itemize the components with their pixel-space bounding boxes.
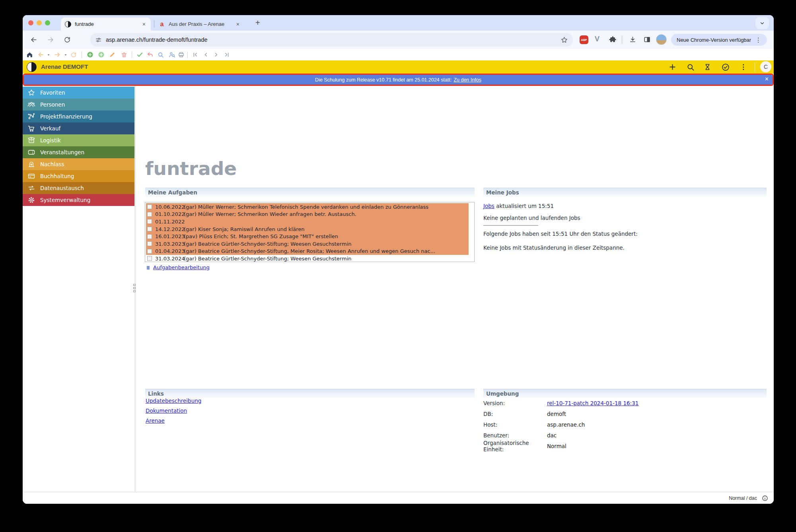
print-icon[interactable] bbox=[177, 51, 185, 58]
dropdown-caret-icon[interactable] bbox=[47, 53, 51, 57]
task-row[interactable]: 01.11.2022 bbox=[146, 218, 469, 225]
link-arenae[interactable]: Arenae bbox=[146, 417, 201, 424]
info-icon[interactable] bbox=[762, 495, 768, 501]
extensions-puzzle-icon[interactable] bbox=[608, 35, 617, 44]
banner-link[interactable]: Zu den Infos bbox=[453, 77, 481, 83]
umgebung-row: DB: demoft bbox=[483, 408, 638, 419]
task-row[interactable]: 01.04.2023 (gar) Beatrice Gürtler-Schnyd… bbox=[146, 248, 469, 255]
close-tab-icon[interactable]: × bbox=[235, 21, 241, 27]
adblock-plus-icon[interactable]: ABP bbox=[580, 35, 588, 44]
plus-icon[interactable] bbox=[668, 62, 677, 72]
hourglass-icon[interactable] bbox=[703, 62, 712, 72]
link-dokumentation[interactable]: Dokumentation bbox=[146, 408, 201, 414]
task-checkbox[interactable] bbox=[147, 256, 152, 261]
link-updatebeschreibung[interactable]: Updatebeschreibung bbox=[146, 398, 201, 404]
minimize-window-button[interactable] bbox=[37, 20, 42, 25]
aufgabenbearbeitung-link[interactable]: Aufgabenbearbeitung bbox=[153, 264, 210, 270]
task-checkbox[interactable] bbox=[147, 234, 152, 239]
sidebar-item-veranstaltungen[interactable]: Veranstaltungen bbox=[23, 146, 134, 158]
sidebar-item-personen[interactable]: Personen bbox=[23, 99, 134, 111]
sidebar-item-verkauf[interactable]: Verkauf bbox=[23, 122, 134, 134]
search-icon[interactable] bbox=[686, 62, 695, 72]
back-icon[interactable] bbox=[29, 35, 39, 45]
umgebung-row: Version: rel-10-71-patch 2024-01-18 16:3… bbox=[483, 398, 638, 408]
task-row[interactable]: 31.03.2023 (gar) Beatrice Gürtler-Schnyd… bbox=[146, 240, 469, 248]
arenae-favicon: a bbox=[159, 21, 165, 27]
ticket-icon bbox=[27, 148, 35, 156]
task-row[interactable]: 01.10.2022 (gar) Müller Werner; Schmerik… bbox=[146, 211, 469, 218]
sidebar-item-favoriten[interactable]: Favoriten bbox=[23, 87, 134, 99]
sidebar-item-logistik[interactable]: Logistik bbox=[23, 134, 134, 146]
nav-forward-icon[interactable] bbox=[54, 51, 61, 58]
jobs-link[interactable]: Jobs bbox=[483, 203, 494, 209]
check-circle-icon[interactable] bbox=[721, 62, 730, 72]
profile-avatar[interactable] bbox=[656, 34, 667, 45]
bookmark-star-icon[interactable] bbox=[561, 36, 568, 44]
sidebar-nav: Favoriten Personen Projektfinanzierung V… bbox=[23, 87, 134, 206]
task-row[interactable]: 14.12.2022 (gar) Kiser Sonja; Ramiswil A… bbox=[146, 225, 469, 233]
task-row[interactable]: 16.01.2023 (pav) Plüss Erich; St. Margre… bbox=[146, 233, 469, 240]
close-tab-icon[interactable]: × bbox=[141, 21, 147, 27]
add-record-icon[interactable] bbox=[86, 51, 94, 58]
sidebar-item-projektfinanzierung[interactable]: Projektfinanzierung bbox=[23, 111, 134, 122]
user-avatar[interactable]: C bbox=[760, 61, 771, 72]
first-record-icon[interactable] bbox=[191, 51, 199, 58]
chrome-update-button[interactable]: Neue Chrome-Version verfügbar ⋮ bbox=[671, 34, 767, 46]
refresh-icon[interactable] bbox=[70, 51, 77, 58]
links-panel: Updatebeschreibung Dokumentation Arenae bbox=[146, 398, 201, 427]
sidebar-item-systemverwaltung[interactable]: Systemverwaltung bbox=[23, 194, 134, 206]
add-special-record-icon[interactable] bbox=[97, 51, 105, 58]
search-icon[interactable] bbox=[157, 51, 164, 58]
v-extension-icon[interactable]: V bbox=[595, 35, 599, 43]
kebab-menu-icon[interactable]: ⋮ bbox=[755, 36, 761, 44]
umgebung-value: demoft bbox=[547, 411, 566, 417]
sidebar-item-buchhaltung[interactable]: Buchhaltung bbox=[23, 170, 134, 182]
task-date: 01.11.2022 bbox=[155, 219, 184, 225]
task-list[interactable]: 10.06.2022 (gar) Müller Werner; Schmerik… bbox=[145, 202, 475, 262]
url-text[interactable]: asp.arenae.ch/funtrade-demoft/funtrade bbox=[106, 37, 561, 43]
last-record-icon[interactable] bbox=[223, 51, 231, 58]
task-checkbox[interactable] bbox=[147, 249, 152, 254]
new-tab-plus-icon[interactable]: + bbox=[255, 19, 260, 27]
delete-trash-icon[interactable] bbox=[120, 51, 128, 58]
tab-funtrade[interactable]: funtrade × bbox=[61, 17, 151, 31]
confirm-check-icon[interactable] bbox=[136, 51, 144, 58]
zoom-window-button[interactable] bbox=[45, 20, 50, 25]
forward-icon[interactable] bbox=[46, 35, 55, 45]
previous-record-icon[interactable] bbox=[202, 51, 210, 58]
main-area: Favoriten Personen Projektfinanzierung V… bbox=[23, 86, 774, 492]
home-icon[interactable] bbox=[26, 51, 33, 58]
dropdown-caret-icon[interactable] bbox=[64, 53, 68, 57]
toolbar-divider bbox=[622, 36, 622, 44]
banner-text: Die Schulung zum Release v10.71 findet a… bbox=[315, 77, 452, 83]
address-bar[interactable]: asp.arenae.ch/funtrade-demoft/funtrade bbox=[90, 33, 573, 47]
edit-pencil-icon[interactable] bbox=[109, 51, 116, 58]
tab-aus-der-praxis[interactable]: a Aus der Praxis – Arenae × bbox=[155, 17, 245, 31]
download-icon[interactable] bbox=[628, 35, 637, 44]
tab-search-chevron-icon[interactable] bbox=[755, 17, 769, 29]
task-text: (gar) Müller Werner; Schmerikon Telefoni… bbox=[184, 204, 469, 210]
task-checkbox[interactable] bbox=[147, 204, 152, 209]
jobs-status-line: Folgende Jobs haben seit 15:51 Uhr den S… bbox=[483, 230, 670, 238]
tune-icon[interactable] bbox=[95, 37, 102, 43]
star-icon bbox=[27, 89, 35, 97]
sidebar-item-nachlass[interactable]: Nachlass bbox=[23, 158, 134, 170]
kebab-menu-icon[interactable]: ⋮ bbox=[739, 62, 748, 72]
app-toolbar bbox=[23, 49, 774, 60]
task-checkbox[interactable] bbox=[147, 212, 152, 217]
side-panel-icon[interactable] bbox=[642, 35, 651, 44]
next-record-icon[interactable] bbox=[212, 51, 220, 58]
task-checkbox[interactable] bbox=[147, 241, 152, 246]
task-row[interactable]: 31.03.2024 (gar) Beatrice Gürtler-Schnyd… bbox=[146, 255, 469, 262]
close-banner-icon[interactable]: × bbox=[765, 76, 769, 83]
person-search-icon[interactable] bbox=[168, 51, 176, 58]
nav-back-icon[interactable] bbox=[37, 51, 45, 58]
sidebar-item-datenaustausch[interactable]: Datenaustausch bbox=[23, 182, 134, 194]
task-row[interactable]: 10.06.2022 (gar) Müller Werner; Schmerik… bbox=[146, 203, 469, 211]
task-checkbox[interactable] bbox=[147, 227, 152, 231]
task-checkbox[interactable] bbox=[147, 219, 152, 224]
reload-icon[interactable] bbox=[62, 35, 72, 45]
splitter-grip[interactable] bbox=[133, 284, 136, 292]
undo-icon[interactable] bbox=[146, 51, 154, 58]
close-window-button[interactable] bbox=[28, 20, 33, 25]
